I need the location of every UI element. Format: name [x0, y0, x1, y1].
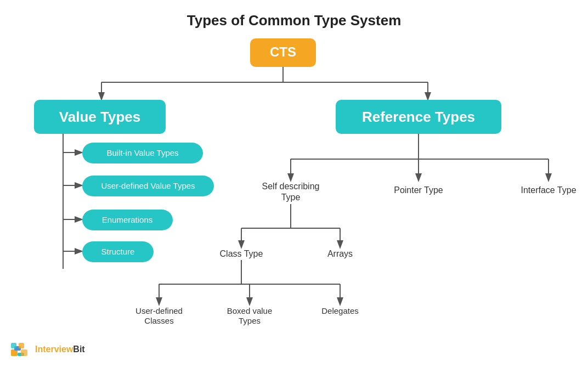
svg-text:Arrays: Arrays — [327, 249, 353, 258]
svg-text:User-defined: User-defined — [135, 306, 183, 315]
svg-text:User-defined Value Types: User-defined Value Types — [101, 181, 195, 190]
interviewbit-logo-icon — [11, 340, 31, 359]
logo-text: InterviewBit — [35, 345, 85, 354]
svg-text:Type: Type — [281, 193, 301, 202]
page-title: Types of Common Type System — [187, 12, 402, 29]
svg-rect-51 — [21, 349, 27, 356]
svg-text:Classes: Classes — [144, 316, 173, 325]
svg-text:Boxed value: Boxed value — [227, 306, 273, 315]
svg-text:Class Type: Class Type — [220, 249, 263, 258]
page-container: Types of Common Type System CTS Value Ty… — [0, 0, 588, 367]
svg-text:Reference  Types: Reference Types — [362, 109, 475, 125]
svg-text:Enumerations: Enumerations — [102, 215, 153, 224]
svg-text:Delegates: Delegates — [321, 306, 359, 315]
svg-text:Interface Type: Interface Type — [521, 185, 576, 195]
svg-rect-53 — [19, 343, 24, 348]
svg-text:CTS: CTS — [270, 44, 296, 59]
svg-text:Self describing: Self describing — [262, 182, 320, 191]
svg-text:Built-in Value Types: Built-in Value Types — [106, 148, 178, 157]
svg-rect-52 — [11, 343, 16, 348]
svg-text:Value Types: Value Types — [59, 109, 140, 125]
svg-text:Structure: Structure — [101, 247, 135, 256]
svg-text:Types: Types — [239, 316, 261, 325]
svg-text:Pointer Type: Pointer Type — [394, 185, 443, 195]
logo-area: InterviewBit — [11, 340, 85, 359]
diagram-svg: CTS Value Types Reference Types Built-in… — [0, 33, 588, 357]
